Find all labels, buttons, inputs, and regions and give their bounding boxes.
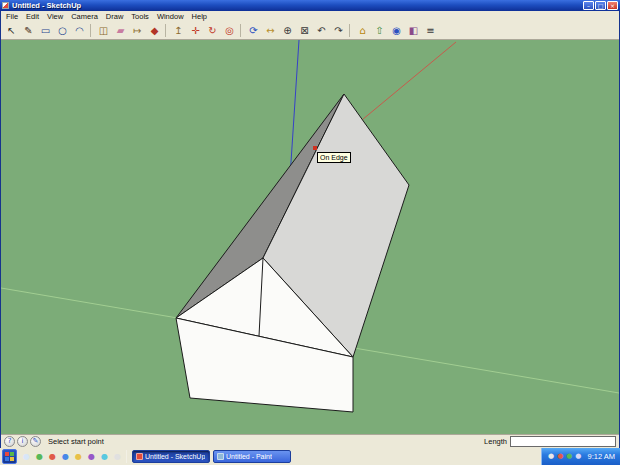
menu-window[interactable]: Window: [153, 11, 188, 22]
quick-launch-2[interactable]: ●: [33, 449, 46, 464]
circle-tool[interactable]: ○: [54, 23, 71, 39]
menu-help[interactable]: Help: [188, 11, 211, 22]
inference-tooltip: On Edge: [317, 152, 351, 163]
make-component-tool[interactable]: ◫: [95, 23, 112, 39]
menu-edit[interactable]: Edit: [22, 11, 43, 22]
make-component-icon: ◫: [99, 24, 108, 38]
zoom-tool[interactable]: ⊕: [279, 23, 296, 39]
status-icons: ?i✎: [4, 436, 41, 447]
modeling-viewport[interactable]: On Edge: [1, 40, 619, 434]
menu-view[interactable]: View: [43, 11, 67, 22]
menu-label: Tools: [131, 12, 149, 21]
quick-launch-3[interactable]: ●: [46, 449, 59, 464]
circle-icon: ○: [58, 24, 67, 38]
layers-icon: ≡: [426, 24, 434, 38]
zoom-icon: ⊕: [283, 24, 291, 38]
task-buttons: Untitled - SketchUp Untitled - Paint: [132, 450, 294, 463]
menu-draw[interactable]: Draw: [102, 11, 128, 22]
paint-bucket-tool[interactable]: ◆: [146, 23, 163, 39]
pan-tool[interactable]: ↔: [262, 23, 279, 39]
close-button[interactable]: ×: [607, 1, 618, 10]
sketchup-window: Untitled - SketchUp – □ × FileEditViewCa…: [0, 0, 620, 465]
system-tray: ●●●● 9:12 AM: [541, 448, 620, 465]
quick-launch-1[interactable]: ●: [20, 449, 33, 464]
quick-launch-bar: ●●●●●●●●: [20, 449, 124, 464]
zoom-extents-tool[interactable]: ⊠: [296, 23, 313, 39]
menu-label: Camera: [71, 12, 98, 21]
start-button[interactable]: [2, 449, 17, 464]
line-icon: ✎: [24, 24, 32, 38]
eraser-icon: ▰: [117, 24, 125, 38]
statusbar: ?i✎ Select start point Length: [1, 434, 619, 448]
rectangle-tool[interactable]: ▭: [37, 23, 54, 39]
select-tool[interactable]: ↖: [3, 23, 20, 39]
layers-button[interactable]: ≡: [422, 23, 439, 39]
maximize-button[interactable]: □: [595, 1, 606, 10]
menu-tools[interactable]: Tools: [127, 11, 153, 22]
arc-icon: ◠: [75, 24, 84, 38]
credits-status-icon[interactable]: i: [17, 436, 28, 447]
materials-button[interactable]: ◧: [405, 23, 422, 39]
menu-label: View: [47, 12, 63, 21]
menubar: FileEditViewCameraDrawToolsWindowHelp: [1, 11, 619, 22]
menu-label: Help: [192, 12, 207, 21]
quick-launch-7[interactable]: ●: [98, 449, 111, 464]
taskbar-button-paint[interactable]: Untitled - Paint: [213, 450, 291, 463]
menu-label: Window: [157, 12, 184, 21]
share-models-tool[interactable]: ⇧: [371, 23, 388, 39]
tape-measure-tool[interactable]: ↦: [129, 23, 146, 39]
model-canvas[interactable]: [1, 40, 619, 434]
next-view-icon: ↷: [334, 24, 342, 38]
previous-view-tool[interactable]: ↶: [313, 23, 330, 39]
help-icon: ?: [5, 437, 14, 446]
model-info-button[interactable]: ◉: [388, 23, 405, 39]
quick-launch-6[interactable]: ●: [85, 449, 98, 464]
zoom-extents-icon: ⊠: [300, 24, 308, 38]
menu-label: Draw: [106, 12, 124, 21]
credits-icon: i: [18, 437, 27, 446]
offset-tool[interactable]: ◎: [221, 23, 238, 39]
get-models-tool[interactable]: ⌂: [354, 23, 371, 39]
measurement-box: Length: [484, 436, 616, 447]
pan-icon: ↔: [266, 24, 274, 38]
tray-icon-3[interactable]: ●: [566, 448, 572, 465]
tape-measure-icon: ↦: [133, 24, 141, 38]
windows-flag-icon: [5, 452, 14, 461]
orbit-icon: ⟳: [249, 24, 257, 38]
model-info-icon: ◉: [392, 24, 401, 38]
quick-launch-8[interactable]: ●: [111, 449, 124, 464]
select-icon: ↖: [7, 24, 15, 38]
materials-icon: ◧: [409, 24, 418, 38]
move-tool[interactable]: ✛: [187, 23, 204, 39]
toolbar-separator: [349, 24, 352, 37]
eraser-tool[interactable]: ▰: [112, 23, 129, 39]
get-models-icon: ⌂: [359, 24, 365, 38]
toolbar-separator: [90, 24, 93, 37]
instructor-status-icon[interactable]: ✎: [30, 436, 41, 447]
minimize-button[interactable]: –: [583, 1, 594, 10]
orbit-tool[interactable]: ⟳: [245, 23, 262, 39]
menu-file[interactable]: File: [2, 11, 22, 22]
toolbar: ↖✎▭○◠◫▰↦◆↥✛↻◎⟳↔⊕⊠↶↷⌂⇧◉◧≡: [1, 22, 619, 40]
tray-icon-4[interactable]: ●: [575, 448, 581, 465]
line-tool[interactable]: ✎: [20, 23, 37, 39]
tray-icon-2[interactable]: ●: [557, 448, 563, 465]
next-view-tool[interactable]: ↷: [330, 23, 347, 39]
help-status-icon[interactable]: ?: [4, 436, 15, 447]
length-input[interactable]: [510, 436, 616, 447]
inference-point: [313, 146, 317, 150]
tray-icon-1[interactable]: ●: [548, 448, 554, 465]
arc-tool[interactable]: ◠: [71, 23, 88, 39]
instructor-icon: ✎: [31, 437, 40, 446]
offset-icon: ◎: [225, 24, 234, 38]
rotate-icon: ↻: [208, 24, 216, 38]
menu-label: Edit: [26, 12, 39, 21]
quick-launch-4[interactable]: ●: [59, 449, 72, 464]
quick-launch-5[interactable]: ●: [72, 449, 85, 464]
taskbar-button-sketchup[interactable]: Untitled - SketchUp: [132, 450, 210, 463]
rotate-tool[interactable]: ↻: [204, 23, 221, 39]
menu-camera[interactable]: Camera: [67, 11, 102, 22]
push-pull-tool[interactable]: ↥: [170, 23, 187, 39]
titlebar[interactable]: Untitled - SketchUp – □ ×: [0, 0, 620, 11]
task-app-icon: [136, 453, 143, 460]
